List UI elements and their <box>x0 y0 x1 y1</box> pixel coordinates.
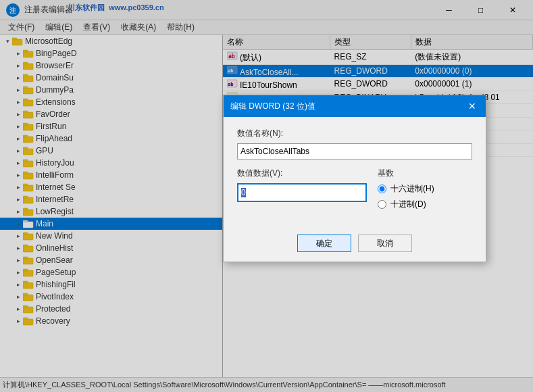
radio-hex-label: 十六进制(H) <box>390 183 434 195</box>
name-input[interactable] <box>237 143 472 160</box>
radio-dec[interactable]: 十进制(D) <box>378 199 472 210</box>
dialog-close-button[interactable]: ✕ <box>465 99 479 113</box>
value-row: 数值数据(V): 基数 十六进制(H) 十进制(D) <box>237 168 472 210</box>
value-input[interactable] <box>237 183 367 202</box>
dialog-title-bar: 编辑 DWORD (32 位)值 ✕ <box>224 95 486 117</box>
radio-group: 十六进制(H) 十进制(D) <box>378 183 472 210</box>
value-group: 数值数据(V): <box>237 168 367 210</box>
value-label: 数值数据(V): <box>237 168 367 179</box>
ok-button[interactable]: 确定 <box>297 235 351 252</box>
radio-dec-input[interactable] <box>378 200 386 209</box>
dialog-overlay: 编辑 DWORD (32 位)值 ✕ 数值名称(N): 数值数据(V): 基数 … <box>0 0 533 392</box>
edit-dword-dialog: 编辑 DWORD (32 位)值 ✕ 数值名称(N): 数值数据(V): 基数 … <box>223 95 486 262</box>
dialog-buttons: 确定 取消 <box>224 229 486 262</box>
base-group: 基数 十六进制(H) 十进制(D) <box>378 168 472 210</box>
radio-hex-input[interactable] <box>378 185 386 193</box>
dialog-body: 数值名称(N): 数值数据(V): 基数 十六进制(H) <box>224 117 486 229</box>
dialog-title-text: 编辑 DWORD (32 位)值 <box>230 101 315 112</box>
base-label: 基数 <box>378 168 472 179</box>
radio-hex[interactable]: 十六进制(H) <box>378 183 472 195</box>
cancel-button[interactable]: 取消 <box>358 235 412 252</box>
radio-dec-label: 十进制(D) <box>390 199 426 210</box>
name-label: 数值名称(N): <box>237 128 472 139</box>
